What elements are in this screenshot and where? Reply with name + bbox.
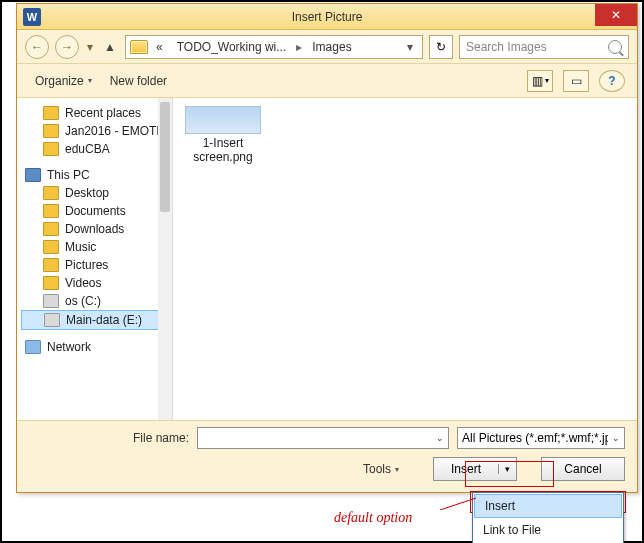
- insert-dropdown-toggle[interactable]: ▾: [498, 464, 516, 474]
- folder-icon: [43, 240, 59, 254]
- filename-input[interactable]: ⌄: [197, 427, 449, 449]
- nav-row: ← → ▾ ▲ « TODO_Working wi... ▸ Images ▾ …: [17, 30, 637, 64]
- toolbar: Organize ▾ New folder ▥▾ ▭ ?: [17, 64, 637, 98]
- search-placeholder: Search Images: [466, 40, 547, 54]
- back-button[interactable]: ←: [25, 35, 49, 59]
- chevron-down-icon: ▾: [395, 465, 399, 474]
- tree-documents[interactable]: Documents: [21, 202, 168, 220]
- folder-icon: [130, 40, 148, 54]
- forward-button[interactable]: →: [55, 35, 79, 59]
- preview-pane-button[interactable]: ▭: [563, 70, 589, 92]
- close-button[interactable]: ✕: [595, 4, 637, 26]
- forward-icon: →: [61, 40, 73, 54]
- tree-label: Jan2016 - EMOTI: [65, 124, 160, 138]
- sidebar: Recent places Jan2016 - EMOTI eduCBA Thi…: [17, 98, 173, 420]
- organize-button[interactable]: Organize ▾: [29, 70, 98, 92]
- word-app-icon: W: [23, 8, 41, 26]
- file-thumbnail: [185, 106, 261, 134]
- tree-drive-e[interactable]: Main-data (E:): [21, 310, 168, 330]
- chevron-down-icon[interactable]: ⌄: [432, 433, 444, 443]
- chevron-down-icon: ▾: [88, 76, 92, 85]
- chevron-down-icon[interactable]: ⌄: [608, 433, 620, 443]
- tree-desktop[interactable]: Desktop: [21, 184, 168, 202]
- organize-label: Organize: [35, 74, 84, 88]
- breadcrumb-1[interactable]: TODO_Working wi...: [171, 40, 293, 54]
- menu-item-insert[interactable]: Insert: [474, 494, 622, 518]
- tree-this-pc[interactable]: This PC: [21, 166, 168, 184]
- tree-pictures[interactable]: Pictures: [21, 256, 168, 274]
- filename-label: File name:: [29, 431, 189, 445]
- insert-split-button[interactable]: Insert ▾: [433, 457, 517, 481]
- tree-label: Network: [47, 340, 91, 354]
- dialog-footer: File name: ⌄ All Pictures (*.emf;*.wmf;*…: [17, 420, 637, 492]
- cancel-button[interactable]: Cancel: [541, 457, 625, 481]
- tree-drive-c[interactable]: os (C:): [21, 292, 168, 310]
- insert-button-label[interactable]: Insert: [434, 462, 498, 476]
- dialog-title: Insert Picture: [17, 10, 637, 24]
- tree-downloads[interactable]: Downloads: [21, 220, 168, 238]
- insert-dropdown-menu: Insert Link to File Insert and Link: [472, 492, 624, 543]
- view-icon: ▥: [532, 74, 543, 88]
- tree-label: Pictures: [65, 258, 108, 272]
- search-icon: [608, 40, 622, 54]
- tree-label: eduCBA: [65, 142, 110, 156]
- refresh-button[interactable]: ↻: [429, 35, 453, 59]
- file-pane[interactable]: 1-Insert screen.png: [173, 98, 637, 420]
- tree-network[interactable]: Network: [21, 338, 168, 356]
- folder-icon: [43, 222, 59, 236]
- help-button[interactable]: ?: [599, 70, 625, 92]
- chevron-down-icon: ▾: [545, 76, 549, 85]
- history-dropdown[interactable]: ▾: [85, 40, 95, 54]
- tree-label: Documents: [65, 204, 126, 218]
- tree-label: Main-data (E:): [66, 313, 142, 327]
- tree-label: Downloads: [65, 222, 124, 236]
- tree-jan2016[interactable]: Jan2016 - EMOTI: [21, 122, 168, 140]
- search-input[interactable]: Search Images: [459, 35, 629, 59]
- folder-icon: [43, 276, 59, 290]
- view-button[interactable]: ▥▾: [527, 70, 553, 92]
- annotation-text: default option: [334, 510, 412, 526]
- cancel-label: Cancel: [542, 462, 624, 476]
- filename-field[interactable]: [202, 431, 432, 445]
- menu-item-link-to-file[interactable]: Link to File: [473, 519, 623, 541]
- tree-label: os (C:): [65, 294, 101, 308]
- tree-recent-places[interactable]: Recent places: [21, 104, 168, 122]
- pc-icon: [25, 168, 41, 182]
- new-folder-button[interactable]: New folder: [104, 70, 173, 92]
- drive-icon: [43, 294, 59, 308]
- network-icon: [25, 340, 41, 354]
- breadcrumb-sep-icon[interactable]: ▸: [294, 40, 304, 54]
- sidebar-scrollbar[interactable]: [158, 98, 172, 420]
- breadcrumb-2[interactable]: Images: [306, 40, 357, 54]
- file-type-filter[interactable]: All Pictures (*.emf;*.wmf;*.jpg;* ⌄: [457, 427, 625, 449]
- insert-picture-dialog: W Insert Picture ✕ ← → ▾ ▲ « TODO_Workin…: [16, 3, 638, 493]
- annotation-arrow: [440, 494, 476, 510]
- close-icon: ✕: [611, 8, 621, 22]
- tree-videos[interactable]: Videos: [21, 274, 168, 292]
- help-icon: ?: [608, 74, 615, 88]
- filter-label: All Pictures (*.emf;*.wmf;*.jpg;*: [462, 431, 608, 445]
- tree-label: This PC: [47, 168, 90, 182]
- titlebar: W Insert Picture ✕: [17, 4, 637, 30]
- tree-label: Music: [65, 240, 96, 254]
- address-dropdown-icon[interactable]: ▾: [402, 40, 418, 54]
- folder-icon: [43, 124, 59, 138]
- breadcrumb-prefix: «: [150, 40, 169, 54]
- tree-label: Videos: [65, 276, 101, 290]
- file-item[interactable]: 1-Insert screen.png: [181, 106, 265, 165]
- up-icon: ▲: [104, 40, 116, 54]
- tree-music[interactable]: Music: [21, 238, 168, 256]
- file-name-label: 1-Insert screen.png: [181, 136, 265, 165]
- scrollbar-thumb[interactable]: [160, 102, 170, 212]
- tree-educba[interactable]: eduCBA: [21, 140, 168, 158]
- address-bar[interactable]: « TODO_Working wi... ▸ Images ▾: [125, 35, 423, 59]
- tools-label: Tools: [363, 462, 391, 476]
- up-button[interactable]: ▲: [101, 38, 119, 56]
- folder-icon: [43, 258, 59, 272]
- folder-icon: [43, 186, 59, 200]
- tools-button[interactable]: Tools ▾: [357, 458, 405, 480]
- tree-label: Recent places: [65, 106, 141, 120]
- refresh-icon: ↻: [436, 40, 446, 54]
- tree-label: Desktop: [65, 186, 109, 200]
- folder-icon: [43, 106, 59, 120]
